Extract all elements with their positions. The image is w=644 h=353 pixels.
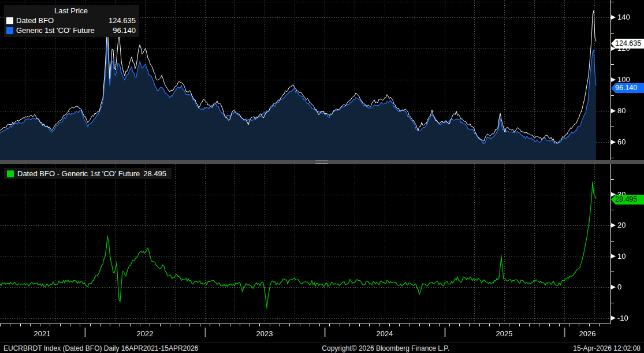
y-axis-tick-label: 140 [617, 13, 630, 22]
x-axis-year-label: 2023 [256, 329, 273, 338]
x-axis-year-label: 2022 [137, 329, 154, 338]
legend-item-dated-bfo[interactable]: Dated BFO 124.635 [6, 16, 136, 25]
datetime-text: 15-Apr-2026 12:02:08 [573, 344, 641, 352]
divider-grip-icon [315, 161, 328, 164]
chart-description: EUCRBRDT Index (Dated BFO) Daily 16APR20… [3, 344, 198, 352]
dated-bfo-swatch-icon [6, 17, 13, 24]
x-axis-year-label: 2025 [496, 329, 513, 338]
y-axis-tick-label: 80 [617, 106, 626, 116]
last-price-tag-dated-bfo: 124.635 [611, 39, 644, 49]
legend-item-value: 96.140 [113, 25, 136, 35]
bottom-panel-legend[interactable]: Dated BFO - Generic 1st 'CO' Future 28.4… [4, 168, 172, 179]
y-axis-tick-label: 60 [617, 138, 626, 147]
legend-item-value: 124.635 [109, 16, 136, 25]
y-axis-tick-label: 10 [617, 252, 626, 261]
legend-title: Last Price [6, 6, 136, 16]
x-axis-year-label: 2024 [377, 329, 393, 338]
legend-item-label: Generic 1st 'CO' Future [16, 25, 110, 35]
panel-divider[interactable] [0, 160, 644, 164]
co-future-swatch-icon [6, 27, 13, 34]
y-axis-tick-label: 20 [617, 221, 626, 230]
copyright-text: Copyright© 2026 Bloomberg Finance L.P. [322, 344, 449, 352]
legend-item-label: Dated BFO [16, 16, 106, 25]
legend-item-label: Dated BFO - Generic 1st 'CO' Future [17, 169, 140, 178]
legend-item-value: 28.495 [143, 169, 166, 178]
x-axis-year-label: 2026 [579, 329, 596, 338]
x-axis-year-label: 2021 [34, 329, 51, 338]
y-axis-tick-label: -10 [617, 314, 628, 323]
last-price-tag-co-future: 96.140 [611, 83, 644, 93]
spread-swatch-icon [7, 170, 14, 177]
top-panel-legend: Last Price Dated BFO 124.635 Generic 1st… [4, 5, 139, 37]
y-axis-tick-label: 0 [617, 283, 621, 292]
y-axis-tick-label: 100 [617, 75, 630, 84]
legend-item-co-future[interactable]: Generic 1st 'CO' Future 96.140 [6, 25, 136, 35]
bloomberg-chart-window: Last Price Dated BFO 124.635 Generic 1st… [0, 0, 644, 353]
last-price-tag-spread: 28.495 [611, 195, 644, 205]
status-bar: EUCRBRDT Index (Dated BFO) Daily 16APR20… [0, 343, 644, 353]
